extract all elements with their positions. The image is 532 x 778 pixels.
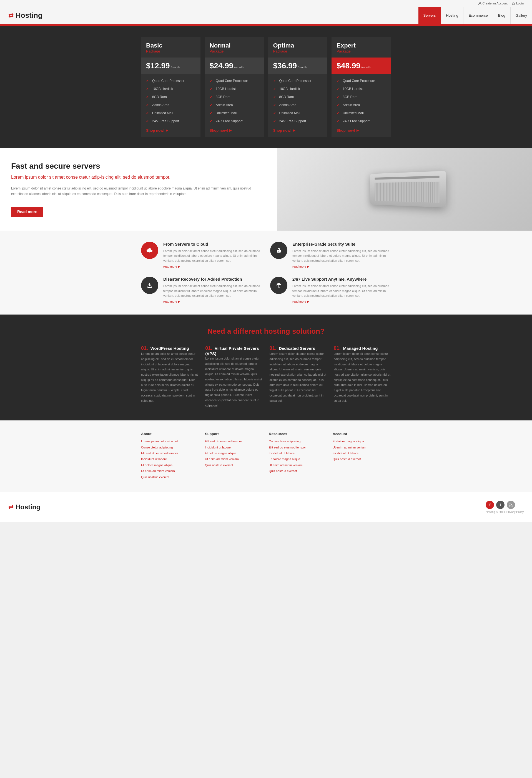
solution-number: 01. — [205, 345, 212, 351]
footer-link[interactable]: Lorem ipsum dolor sit amet — [141, 439, 199, 444]
pricing-grid: Basic Package $12.99 /month ✔ Quad Core … — [141, 37, 391, 137]
nav-hosting[interactable]: Hosting — [441, 7, 463, 24]
feature-read-more[interactable]: read more ▶ — [163, 300, 180, 303]
feature-text: Quad Core Processor — [152, 79, 184, 83]
footer-link[interactable]: Ut enim ad mirim veniam — [141, 469, 199, 473]
twitter-icon[interactable]: t — [496, 501, 505, 509]
feature-text: 8GB Ram — [152, 95, 167, 99]
footer-logo-icon: ⇄ — [8, 503, 13, 511]
feature-text: Admin Area — [279, 103, 296, 107]
package-sub: Package — [337, 49, 386, 53]
footer-link[interactable]: Incididunt ut labore — [333, 451, 391, 455]
shop-now-button[interactable]: Shop now! ▶ — [268, 125, 328, 133]
server-box-visual — [370, 171, 446, 208]
facebook-icon[interactable]: f — [485, 501, 494, 509]
feature-item: ✔ 10GB Hardisk — [205, 85, 264, 93]
check-icon: ✔ — [337, 119, 340, 123]
check-icon: ✔ — [210, 87, 213, 91]
check-icon: ✔ — [273, 87, 277, 91]
arrow-icon: ▶ — [166, 129, 168, 132]
feature-item: ✔ Quad Core Processor — [205, 77, 264, 85]
footer-link[interactable]: Conse ctetur adipiscing — [141, 445, 199, 450]
feature-text: Quad Core Processor — [343, 79, 375, 83]
solution-header: 01. Dedicated Servers — [270, 345, 327, 351]
feature-icon-circle — [141, 242, 158, 259]
nav-blog[interactable]: Blog — [493, 7, 510, 24]
create-account-link[interactable]: Create an Account — [478, 2, 508, 5]
login-link[interactable]: Login — [512, 2, 524, 5]
feature-text: Admin Area — [216, 103, 233, 107]
footer-link[interactable]: Quis nostrud exercot — [333, 457, 391, 461]
read-more-button[interactable]: Read more — [11, 207, 43, 217]
solution-header: 01. Virtual Private Servers (VPS) — [205, 345, 262, 356]
footer-link[interactable]: Conse ctetur adipiscing — [269, 439, 327, 444]
feature-read-more[interactable]: read more ▶ — [163, 265, 180, 268]
pricing-card-2: Optima Package $36.99 /month ✔ Quad Core… — [268, 37, 328, 137]
rss-svg — [509, 503, 513, 507]
feature-read-more[interactable]: read more ▶ — [292, 300, 309, 303]
footer-link[interactable]: Ut enim ad mirim veniam — [333, 445, 391, 450]
package-name: Basic — [146, 42, 195, 49]
check-icon: ✔ — [210, 79, 213, 83]
nav-servers[interactable]: Servers — [418, 7, 441, 24]
feature-content: Enterprise-Grade Security Suite Lorem ip… — [292, 242, 391, 268]
feature-read-more[interactable]: read more ▶ — [292, 265, 309, 268]
feature-body: Lorem ipsum dolor sit amet conse ctetur … — [292, 284, 391, 298]
footer-col-heading: Account — [333, 432, 391, 436]
feature-block-2: Disaster Recovery for Added Protection L… — [141, 277, 262, 303]
solution-body: Lorem ipsum dolor sit amet conse ctetur … — [205, 356, 262, 408]
footer-col-3: AccountEt dolore magna aliquaUt enim ad … — [333, 432, 391, 481]
footer-link[interactable]: Elit sed do eiusmod tempor — [141, 451, 199, 455]
shop-now-label: Shop now! — [337, 128, 355, 133]
price-per: /month — [234, 66, 244, 69]
check-icon: ✔ — [210, 119, 213, 123]
check-icon: ✔ — [210, 103, 213, 107]
footer-col-2: ResourcesConse ctetur adipiscingElit sed… — [269, 432, 327, 481]
feature-title: From Servers to Cloud — [163, 242, 262, 246]
solution-title: Virtual Private Servers (VPS) — [205, 346, 259, 356]
footer-link[interactable]: Et dolore magna aliqua — [333, 439, 391, 444]
shop-now-button[interactable]: Shop now! ▶ — [141, 125, 200, 133]
price-per: /month — [361, 66, 371, 69]
shop-now-button[interactable]: Shop now! ▶ — [205, 125, 264, 133]
footer-link[interactable]: Et dolore magna aliqua — [269, 457, 327, 461]
price-per: /month — [171, 66, 180, 69]
check-icon: ✔ — [337, 103, 340, 107]
footer-link[interactable]: Et dolore magna aliqua — [141, 463, 199, 467]
feature-item: ✔ 10GB Hardisk — [268, 85, 328, 93]
arrow-icon: ▶ — [229, 129, 232, 132]
package-name: Normal — [210, 42, 259, 49]
feature-item: ✔ 10GB Hardisk — [141, 85, 200, 93]
footer-link[interactable]: Quis nostrud exercot — [269, 469, 327, 473]
feature-text: 24/7 Free Support — [343, 119, 370, 123]
footer-link[interactable]: Ut enim ad mirim veniam — [205, 457, 263, 461]
shop-now-label: Shop now! — [273, 128, 291, 133]
check-icon: ✔ — [273, 103, 277, 107]
fast-servers-subtitle: Lorem ipsum dolor sit amet conse ctetur … — [11, 174, 266, 181]
nav-gallery[interactable]: Gallery — [510, 7, 532, 24]
fast-servers-body: Lorem ipsum dolor sit amet conse ctetur … — [11, 185, 266, 197]
svg-point-3 — [278, 251, 279, 251]
check-icon: ✔ — [273, 111, 277, 115]
footer-link[interactable]: Elit sed do eiusmod tempor — [205, 439, 263, 444]
footer-link[interactable]: Quis nostrud exercot — [205, 463, 263, 467]
footer-link[interactable]: Incididunt ut labore — [269, 451, 327, 455]
footer-link[interactable]: Ut enim ad mirim veniam — [269, 463, 327, 467]
footer-link[interactable]: Elit sed do eiusmod tempor — [269, 445, 327, 450]
bottom-footer: ⇄ Hosting f t Hosting © 2014. Privacy Po… — [0, 492, 532, 522]
rss-icon[interactable] — [507, 501, 515, 509]
social-icons: f t — [485, 501, 524, 509]
solutions-section: Need a different hosting solution? 01. W… — [0, 315, 532, 420]
check-icon: ✔ — [146, 95, 150, 99]
shop-now-button[interactable]: Shop now! ▶ — [332, 125, 391, 133]
feature-list: ✔ Quad Core Processor ✔ 10GB Hardisk ✔ 8… — [205, 77, 264, 125]
server-visual — [277, 148, 532, 231]
feature-item: ✔ 8GB Ram — [332, 93, 391, 101]
footer-link[interactable]: Et dolore magna aliqua — [205, 451, 263, 455]
check-icon: ✔ — [146, 87, 150, 91]
nav-ecommerce[interactable]: Ecommerce — [463, 7, 493, 24]
footer-link[interactable]: Quis nostrud exercot — [141, 475, 199, 479]
footer-link[interactable]: Incididunt ut labore — [141, 457, 199, 461]
footer-link[interactable]: Incididunt ut labore — [205, 445, 263, 450]
arrow-icon: ▶ — [178, 300, 180, 303]
